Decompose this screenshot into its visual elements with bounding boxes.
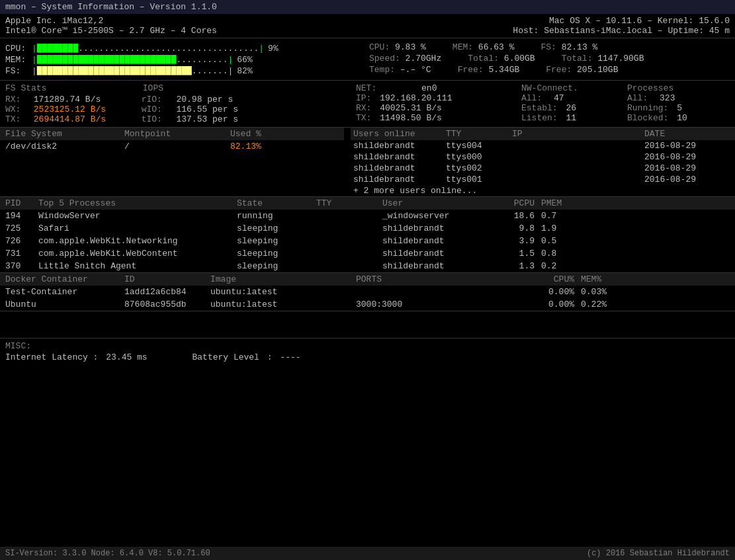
proc-col-user: User [382, 198, 495, 208]
qs-temp: Temp: –.– °C [369, 65, 431, 75]
qs-total-mem-val: 6.00GB [504, 54, 535, 63]
process-row: 194 WindowServer running _windowserver 1… [0, 210, 735, 222]
qs-total-mem: Total: 6.00GB [468, 54, 535, 63]
docker-table-header: Docker Container ID Image PORTS CPU% MEM… [0, 273, 735, 286]
fs-table-row: /dev/disk2 / 82.13% [0, 140, 344, 153]
nw-listen: 11 [566, 113, 576, 123]
battery-value: ---- [280, 352, 300, 362]
fs-table-header: File System Montpoint Used % [0, 128, 344, 140]
fs-bar-value: 82% [237, 66, 252, 76]
qs-cpu: CPU: 9.83 % [369, 42, 426, 52]
latency-value: 23.45 ms [106, 352, 147, 362]
proc-running: 5 [677, 103, 682, 113]
process-rows: 194 WindowServer running _windowserver 1… [0, 210, 735, 272]
fs-col-name: File System [5, 129, 124, 139]
fs-row-name: /dev/disk2 [5, 141, 124, 151]
fs-col-mount: Montpoint [124, 129, 230, 139]
cpu-bar-row: CPU: |████████..........................… [5, 44, 349, 54]
latency-label: Internet Latency : [5, 352, 98, 362]
host-info: Host: Sebastians-iMac.local – Uptime: 45… [513, 26, 730, 36]
cpu-bar-label: CPU: [5, 44, 32, 54]
users-rows: shildebrandt ttys004 2016-08-29 shildebr… [351, 140, 735, 185]
filesystem-panel: File System Montpoint Used % /dev/disk2 … [0, 128, 344, 196]
mem-bar-value: 66% [237, 55, 252, 65]
os-info: Mac OS X – 10.11.6 – Kernel: 15.6.0 [513, 16, 730, 26]
net-rx: 40025.31 B/s [380, 103, 442, 113]
proc-col-pcpu: PCPU [495, 198, 535, 208]
net-tx: 11498.50 B/s [380, 113, 442, 123]
qs-mem-val: 66.63 % [478, 42, 515, 52]
users-col-name: Users online [353, 129, 446, 139]
processes-table-header: PID Top 5 Processes State TTY User PCPU … [0, 197, 735, 210]
qs-temp-val: –.– °C [400, 65, 431, 75]
docker-rows: Test-Container 1add12a6cb84 ubuntu:lates… [0, 286, 735, 311]
process-row: 370 Little Snitch Agent sleeping shildeb… [0, 260, 735, 272]
nw-all: 47 [554, 93, 564, 103]
user-row: shildebrandt ttys002 2016-08-29 [351, 163, 735, 174]
mem-bar-label: MEM: [5, 55, 32, 65]
fs-stats-panel: FS Stats IOPS RX: 171289.74 B/s rIO: 20.… [5, 83, 349, 124]
processes-section: PID Top 5 Processes State TTY User PCPU … [0, 197, 735, 273]
header-right: Mac OS X – 10.11.6 – Kernel: 15.6.0 Host… [513, 16, 730, 36]
user-row: shildebrandt ttys004 2016-08-29 [351, 140, 735, 151]
net-block: NET: en0 IP: 192.168.20.111 RX: 40025.31… [356, 83, 508, 123]
quick-stats-panel: CPU: 9.83 % MEM: 66.63 % FS: 82.13 % Spe… [349, 42, 730, 77]
proc-col-state: State [237, 198, 316, 208]
fs-col-used: Used % [230, 129, 261, 139]
bars-panel: CPU: |████████..........................… [5, 42, 349, 77]
fs-row-mount: / [124, 141, 230, 151]
proc-col-pmem: PMEM [541, 198, 562, 208]
proc-col-pid: PID [5, 198, 38, 208]
qs-speed-val: 2.70GHz [406, 54, 442, 63]
rx-row: RX: 171289.74 B/s rIO: 20.98 per s [5, 95, 349, 104]
qs-cpu-val: 9.83 % [395, 42, 426, 52]
net-stats-panel: NET: en0 IP: 192.168.20.111 RX: 40025.31… [349, 83, 730, 124]
process-row: 726 com.apple.WebKit.Networking sleeping… [0, 235, 735, 247]
proc-col-name: Top 5 Processes [38, 198, 237, 208]
nw-connect-block: NW-Connect. All: 47 Establ: 26 Listen: 1… [521, 83, 614, 123]
proc-block: Processes All: 323 Running: 5 Blocked: 1… [627, 83, 687, 123]
docker-col-ports: PORTS [356, 274, 528, 284]
qs-free-mem: Free: 5.34GB [458, 65, 520, 75]
cpu-info: Intel® Core™ i5-2500S – 2.7 GHz – 4 Core… [5, 26, 217, 36]
rio-val: 20.98 per s [176, 95, 233, 104]
process-row: 725 Safari sleeping shildebrandt 9.8 1.9 [0, 222, 735, 235]
fs-bar-label: FS: [5, 66, 32, 76]
qs-total-fs: Total: 1147.90GB [562, 54, 644, 63]
docker-col-name: Docker Container [5, 274, 124, 284]
battery-sep: : [267, 352, 273, 362]
fs-bar: |██████████████████████████████.......| [32, 66, 233, 76]
title-bar: mmon – System Information – Version 1.1.… [0, 0, 735, 14]
nw-establ: 26 [566, 103, 576, 113]
header-left: Apple Inc. iMac12,2 Intel® Core™ i5-2500… [5, 16, 217, 36]
cpu-bar-value: 9% [268, 44, 279, 54]
users-more: + 2 more users online... [351, 185, 735, 196]
qs-fs: FS: 82.13 % [540, 42, 597, 52]
footer-right: (c) 2016 Sebastian Hildebrandt [587, 549, 730, 558]
docker-row: Test-Container 1add12a6cb84 ubuntu:lates… [0, 286, 735, 298]
misc-row: Internet Latency : 23.45 ms Battery Leve… [5, 352, 730, 362]
misc-section: MISC: Internet Latency : 23.45 ms Batter… [0, 338, 735, 365]
qs-free-fs: Free: 205.10GB [546, 65, 618, 75]
tx-row: TX: 2694414.87 B/s tIO: 137.53 per s [5, 114, 349, 124]
title-text: mmon – System Information – Version 1.1.… [5, 2, 217, 12]
qs-fs-val: 82.13 % [562, 42, 598, 52]
net-ip: 192.168.20.111 [380, 93, 452, 103]
docker-section: Docker Container ID Image PORTS CPU% MEM… [0, 273, 735, 311]
misc-label: MISC: [5, 341, 730, 351]
proc-blocked: 10 [677, 113, 687, 123]
net-iface: en0 [421, 83, 437, 93]
cpu-bar: |████████...............................… [32, 44, 264, 54]
wx-row: WX: 2523125.12 B/s wIO: 116.55 per s [5, 104, 349, 114]
proc-all: 323 [660, 93, 675, 103]
wx-val: 2523125.12 B/s [34, 104, 136, 114]
machine-info: Apple Inc. iMac12,2 [5, 16, 217, 26]
users-col-date: DATE [644, 129, 665, 139]
qs-speed: Speed: 2.70GHz [369, 54, 441, 63]
qs-free-mem-val: 5.34GB [488, 65, 519, 75]
wio-val: 116.55 per s [176, 104, 238, 114]
fs-row-used: 82.13% [230, 141, 261, 151]
docker-col-cpu: CPU% [528, 274, 574, 284]
footer-left: SI-Version: 3.3.0 Node: 6.4.0 V8: 5.0.71… [5, 549, 210, 558]
qs-mem: MEM: 66.63 % [453, 42, 515, 52]
